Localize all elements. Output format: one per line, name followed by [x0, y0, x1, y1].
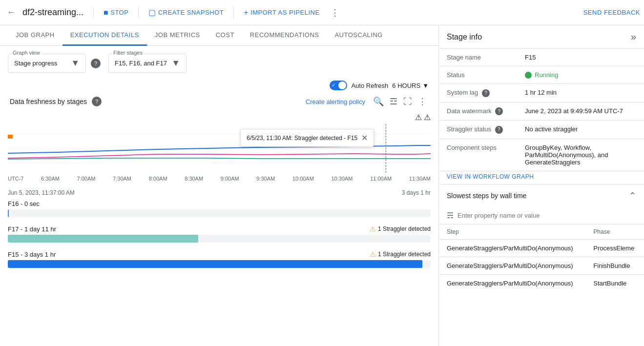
stage-f15-straggler: ⚠ 1 Straggler detected	[370, 250, 431, 258]
data-watermark-help-icon[interactable]: ?	[495, 107, 503, 115]
info-row-stage-name: Stage name F15	[439, 49, 644, 66]
info-row-data-watermark: Data watermark ? June 2, 2023 at 9:49:59…	[439, 102, 644, 121]
filter-stages-group: Filter stages F15, F16, and F17 ▼	[108, 54, 187, 73]
collapse-icon[interactable]: ⌃	[629, 190, 636, 201]
status-dot-icon: ✓	[525, 72, 532, 79]
stage-f16-bar-container	[8, 209, 431, 217]
time-range-selector[interactable]: 6 HOURS ▼	[392, 82, 429, 89]
stage-item-f17: F17 - 1 day 11 hr ⚠ 1 Straggler detected	[8, 225, 431, 243]
stage-f16-name: F16 - 0 sec	[8, 200, 40, 207]
step-name-1: GenerateStragglers/ParMultiDo(Anonymous)	[439, 239, 585, 257]
chart-help-icon[interactable]: ?	[92, 97, 102, 106]
stage-f16-bar	[8, 209, 9, 217]
chart-title-text: Data freshness by stages	[10, 98, 87, 105]
stop-button[interactable]: ■ STOP	[100, 5, 132, 20]
stage-item-f16: F16 - 0 sec	[8, 200, 431, 217]
create-snapshot-label: CREATE SNAPSHOT	[158, 9, 224, 16]
step-name-3: GenerateStragglers/ParMultiDo(Anonymous)	[439, 274, 585, 292]
steps-table-header-row: Step Phase	[439, 224, 644, 240]
x-axis-label-10: 11:00AM	[370, 176, 392, 182]
chart-area: 6/5/23, 11:30 AM: Straggler detected - F…	[8, 124, 431, 173]
time-range-value: 6 HOURS	[392, 82, 420, 89]
chart-section: Data freshness by stages ? Create alerti…	[8, 94, 431, 185]
filter-stages-label: Filter stages	[112, 50, 144, 56]
x-axis-label-4: 8:00AM	[149, 176, 167, 182]
view-workflow-link[interactable]: VIEW IN WORKFLOW GRAPH	[439, 171, 644, 184]
status-running-badge: ✓ Running	[525, 71, 636, 79]
filter-row: ☴	[439, 207, 644, 224]
import-icon: +	[244, 8, 249, 17]
svg-rect-4	[8, 135, 13, 139]
info-row-component-steps: Component steps GroupByKey, Workflow, Pa…	[439, 139, 644, 171]
panel-close-icon[interactable]: »	[631, 31, 636, 42]
fullscreen-icon[interactable]: ⛶	[401, 95, 414, 109]
warning-icon-1: ⚠	[415, 113, 422, 122]
search-icon[interactable]: 🔍	[371, 94, 386, 109]
divider2	[138, 7, 139, 19]
execution-content: Graph view Stage progress ▼ ? Filter sta…	[0, 46, 438, 284]
create-snapshot-button[interactable]: ▢ CREATE SNAPSHOT	[145, 5, 228, 20]
step-phase-3: StartBundle	[585, 274, 644, 292]
graph-view-select[interactable]: Stage progress ▼	[8, 54, 86, 73]
table-row: GenerateStragglers/ParMultiDo(Anonymous)…	[439, 274, 644, 292]
graph-view-help-icon[interactable]: ?	[91, 59, 101, 68]
auto-refresh-toggle[interactable]: ✓	[330, 81, 347, 90]
filter-icon[interactable]: ☲	[388, 94, 399, 109]
x-axis-label-1: 6:30AM	[41, 176, 60, 182]
stage-header: Jun 5, 2023, 11:37:00 AM 3 days 1 hr	[8, 189, 431, 196]
chart-title-group: Data freshness by stages ?	[10, 97, 102, 106]
tab-execution-details[interactable]: EXECUTION DETAILS	[62, 25, 147, 46]
x-axis-label-5: 8:30AM	[185, 176, 203, 182]
stage-f16-title-row: F16 - 0 sec	[8, 200, 431, 207]
x-axis-label-3: 7:30AM	[113, 176, 131, 182]
back-button[interactable]: ←	[4, 4, 19, 20]
slowest-steps-section: Slowest steps by wall time ⌃ ☴ Step Phas…	[439, 184, 644, 292]
filter-input[interactable]	[457, 212, 636, 219]
tab-job-metrics[interactable]: JOB METRICS	[147, 25, 208, 46]
checkmark-icon: ✓	[332, 82, 335, 88]
x-axis-label-11: 11:30AM	[409, 176, 431, 182]
stage-duration: 3 days 1 hr	[402, 189, 431, 196]
steps-col-step: Step	[439, 224, 585, 240]
info-row-straggler-status: Straggler status ? No active straggler	[439, 121, 644, 139]
tab-job-graph[interactable]: JOB GRAPH	[8, 25, 62, 46]
info-value-component-steps: GroupByKey, Workflow, ParMultiDo(Anonymo…	[517, 139, 644, 171]
stage-f15-title-row: F15 - 3 days 1 hr ⚠ 1 Straggler detected	[8, 250, 431, 258]
send-feedback-button[interactable]: SEND FEEDBACK	[583, 9, 640, 16]
x-axis-label-2: 7:00AM	[77, 176, 96, 182]
stage-f17-title-row: F17 - 1 day 11 hr ⚠ 1 Straggler detected	[8, 225, 431, 233]
tab-bar: JOB GRAPH EXECUTION DETAILS JOB METRICS …	[0, 25, 438, 46]
divider	[93, 7, 94, 19]
info-value-system-lag: 1 hr 12 min	[517, 84, 644, 102]
more-vert-chart-icon[interactable]: ⋮	[416, 94, 429, 109]
main-layout: JOB GRAPH EXECUTION DETAILS JOB METRICS …	[0, 25, 644, 346]
step-phase-1: ProcessEleme	[585, 239, 644, 257]
create-alerting-policy-link[interactable]: Create alerting policy	[306, 98, 365, 105]
status-text: Running	[535, 71, 558, 79]
snapshot-icon: ▢	[148, 8, 156, 17]
chart-header: Data freshness by stages ? Create alerti…	[8, 94, 431, 109]
right-panel: Stage info » Stage name F15 Status ✓ Run…	[439, 25, 644, 346]
job-title: df2-streaming...	[22, 7, 83, 18]
graph-view-value: Stage progress	[14, 60, 57, 67]
tab-recommendations[interactable]: RECOMMENDATIONS	[242, 25, 327, 46]
x-axis-label-7: 9:30AM	[256, 176, 275, 182]
graph-view-label: Graph view	[12, 50, 41, 56]
import-pipeline-button[interactable]: + IMPORT AS PIPELINE	[240, 5, 323, 20]
tab-cost[interactable]: COST	[208, 25, 242, 46]
straggler-status-help-icon[interactable]: ?	[495, 126, 503, 134]
close-icon[interactable]: ✕	[361, 133, 368, 142]
info-label-data-watermark: Data watermark ?	[439, 102, 517, 121]
top-bar: ← df2-streaming... ■ STOP ▢ CREATE SNAPS…	[0, 0, 644, 25]
x-axis-label-0: UTC-7	[8, 176, 23, 182]
stage-info-header: Stage info »	[439, 25, 644, 49]
stage-f15-bar	[8, 260, 422, 268]
filter-stages-select[interactable]: F15, F16, and F17 ▼	[108, 54, 187, 73]
graph-view-group: Graph view Stage progress ▼	[8, 54, 86, 73]
stages-section: Jun 5, 2023, 11:37:00 AM 3 days 1 hr F16…	[8, 189, 431, 268]
slowest-steps-header[interactable]: Slowest steps by wall time ⌃	[439, 184, 644, 207]
x-axis: UTC-7 6:30AM 7:00AM 7:30AM 8:00AM 8:30AM…	[8, 175, 431, 185]
more-vert-icon[interactable]: ⋮	[328, 4, 342, 21]
system-lag-help-icon[interactable]: ?	[482, 89, 490, 97]
tab-autoscaling[interactable]: AUTOSCALING	[327, 25, 390, 46]
